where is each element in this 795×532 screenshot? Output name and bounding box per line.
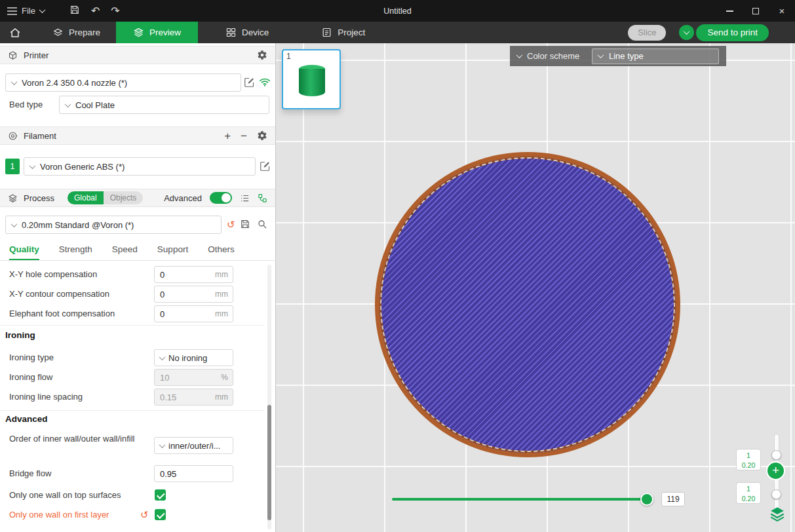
tab-preview[interactable]: Preview [116, 22, 198, 43]
save-button[interactable] [69, 5, 80, 17]
bridge-flow-input[interactable] [155, 469, 233, 479]
chevron-down-icon [11, 221, 18, 227]
process-preset-select[interactable]: 0.20mm Standard @Voron (*) [5, 216, 222, 234]
process-scope-switch[interactable]: Global Objects [68, 191, 143, 204]
filament-slot-badge[interactable]: 1 [5, 159, 20, 174]
tab-others[interactable]: Others [208, 240, 235, 260]
wall-order-select[interactable]: inner/outer/i... [154, 437, 233, 454]
setting-label: Ironing flow [9, 369, 52, 386]
advanced-mode-toggle[interactable] [210, 192, 232, 204]
layer-height: 0.20 [737, 461, 760, 470]
layer-slider-lower-badge: 1 0.20 [736, 482, 761, 504]
layer-slider-lower-handle[interactable] [771, 489, 781, 499]
chevron-down-icon [29, 162, 36, 169]
setting-label: X-Y contour compensation [9, 286, 109, 303]
plate-thumbnail[interactable]: 1 [282, 49, 341, 109]
minimize-button[interactable] [716, 0, 743, 22]
ironing-flow-input[interactable] [155, 373, 219, 383]
tab-strength[interactable]: Strength [59, 240, 92, 260]
printer-section-header: Printer [0, 46, 275, 64]
xy-hole-compensation-input[interactable] [155, 270, 213, 280]
save-preset-icon[interactable] [240, 219, 250, 229]
divider [0, 325, 265, 326]
home-icon [9, 27, 21, 39]
setting-label: Bridge flow [9, 465, 51, 482]
color-scheme-dropdown[interactable]: Color scheme [527, 51, 579, 61]
device-icon [225, 27, 237, 38]
send-to-print-button[interactable]: Send to print [696, 24, 769, 41]
elephant-foot-compensation-input[interactable] [155, 309, 213, 319]
scope-objects-pill[interactable]: Objects [104, 191, 144, 204]
layer-number: 1 [737, 451, 760, 461]
tab-preview-label: Preview [149, 28, 181, 37]
only-one-wall-first-layer-checkbox[interactable] [155, 509, 166, 520]
maximize-icon [752, 8, 759, 14]
remove-filament-button[interactable]: − [241, 130, 247, 142]
printer-edit-icon[interactable] [244, 77, 255, 88]
setting-label: Only one wall on top surfaces [9, 487, 121, 504]
unit-label: mm [213, 290, 233, 299]
sliced-layer-top-view[interactable] [375, 152, 680, 457]
redo-icon[interactable]: ↷ [111, 6, 119, 16]
layers-view-icon[interactable] [769, 505, 786, 522]
layer-slider-upper-handle[interactable] [771, 450, 781, 460]
process-section-header: Process Global Objects Advanced [0, 189, 275, 207]
title-bar: File ↶ ↷ Untitled × [0, 0, 795, 22]
chevron-down-icon [159, 354, 166, 360]
only-one-wall-top-checkbox[interactable] [155, 489, 166, 501]
unit-label: mm [213, 309, 233, 318]
filament-preset-value: Voron Generic ABS (*) [40, 162, 125, 172]
view-options-bar: Color scheme Line type [510, 46, 726, 66]
move-slider-track[interactable] [392, 498, 647, 501]
bed-type-label: Bed type [9, 96, 43, 114]
printer-settings-gear-icon[interactable] [257, 50, 267, 60]
add-filament-button[interactable]: + [224, 130, 231, 142]
sidebar-scrollbar-thumb[interactable] [267, 405, 271, 520]
tab-device[interactable]: Device [212, 22, 282, 43]
ironing-type-value: No ironing [168, 353, 207, 363]
scope-global-pill[interactable]: Global [68, 191, 104, 204]
move-slider-handle[interactable] [640, 493, 653, 506]
preview-viewport[interactable]: 1 Color scheme Line type 1 0.20 + 1 0.20… [276, 43, 795, 532]
maximize-button[interactable] [743, 0, 769, 22]
tab-support[interactable]: Support [157, 240, 188, 260]
xy-contour-compensation-input[interactable] [155, 290, 213, 299]
slice-button[interactable]: Slice [628, 25, 666, 41]
tab-home[interactable] [0, 22, 30, 43]
tab-quality[interactable]: Quality [9, 240, 39, 260]
chevron-down-icon [684, 28, 690, 35]
reset-setting-icon[interactable]: ↺ [140, 510, 149, 520]
bed-type-select[interactable]: Cool Plate [59, 96, 269, 114]
main-tab-bar: Prepare Preview Device Project Slice Sen… [0, 22, 795, 43]
undo-icon[interactable]: ↶ [91, 6, 100, 16]
chevron-down-icon [516, 52, 523, 58]
tab-prepare[interactable]: Prepare [39, 22, 113, 43]
setting-label: Ironing type [9, 349, 54, 366]
ironing-line-spacing-input[interactable] [155, 392, 213, 402]
ironing-type-select[interactable]: No ironing [154, 349, 233, 366]
advanced-section-title: Advanced [5, 414, 48, 424]
process-section-label: Process [24, 193, 54, 203]
filament-settings-gear-icon[interactable] [257, 130, 267, 141]
process-icon [8, 193, 18, 203]
line-type-select[interactable]: Line type [592, 48, 719, 64]
file-menu[interactable]: File [0, 6, 45, 16]
model-cylinder [299, 69, 325, 96]
search-icon[interactable] [257, 219, 267, 229]
parameter-table-icon[interactable] [240, 193, 250, 203]
printer-preset-select[interactable]: Voron 2.4 350 0.4 nozzle (*) [5, 73, 241, 92]
save-icon [69, 5, 80, 15]
chevron-down-icon [598, 52, 604, 58]
filament-preset-select[interactable]: Voron Generic ABS (*) [24, 157, 256, 176]
add-pause-or-color-change-button[interactable]: + [767, 463, 784, 479]
printer-wifi-icon[interactable] [259, 76, 271, 88]
tab-speed[interactable]: Speed [112, 240, 138, 260]
tab-project-label: Project [338, 28, 365, 37]
filament-edit-icon[interactable] [260, 161, 271, 172]
object-process-graph-icon[interactable] [258, 193, 267, 203]
advanced-mode-label: Advanced [164, 193, 202, 203]
close-button[interactable]: × [769, 0, 795, 22]
send-options-dropdown[interactable] [679, 25, 694, 40]
tab-project[interactable]: Project [308, 22, 378, 43]
reset-preset-icon[interactable]: ↺ [227, 219, 235, 229]
